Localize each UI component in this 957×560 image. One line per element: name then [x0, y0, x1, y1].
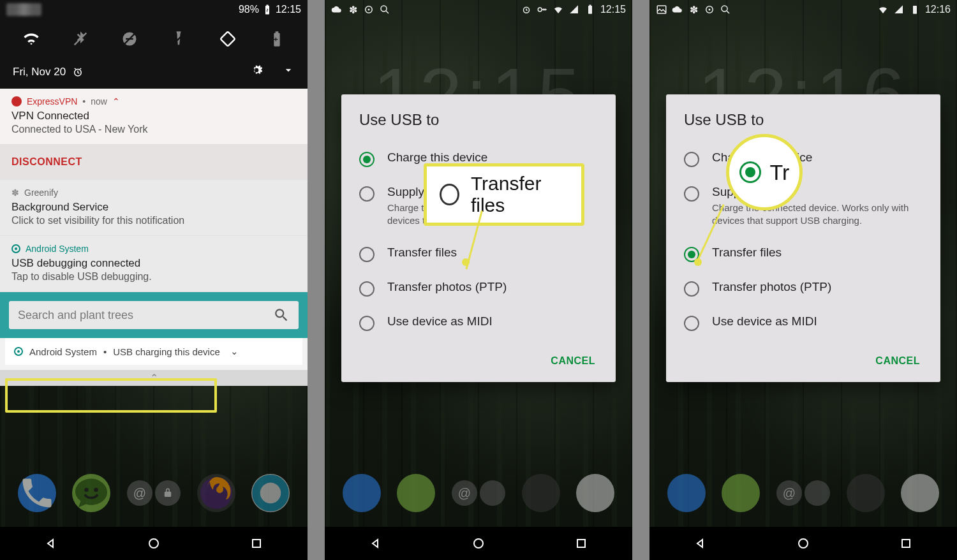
radio-label: Use device as MIDI [387, 314, 493, 328]
cancel-button[interactable]: CANCEL [544, 350, 602, 372]
ecosia-search-widget: Search and plant trees [0, 292, 308, 338]
radio-midi[interactable]: Use device as MIDI [684, 306, 923, 340]
leaf-icon: ✽ [688, 4, 699, 15]
firefox-app-icon[interactable] [522, 474, 560, 512]
notification-usb-collapsed[interactable]: Android System • USB charging this devic… [5, 338, 302, 365]
notification-expressvpn[interactable]: ExpressVPN • now ⌃ VPN Connected Connect… [0, 89, 308, 145]
radio-label: Transfer photos (PTP) [712, 280, 831, 294]
notification-adb[interactable]: Android System USB debugging connected T… [0, 236, 308, 292]
quick-settings-header: 98% 12:15 Fri, Nov 20 [0, 0, 308, 89]
shade-date: Fri, Nov 20 [13, 66, 66, 78]
svg-point-21 [474, 539, 483, 548]
shade-handle[interactable]: ⌃ [0, 370, 308, 386]
search-placeholder: Search and plant trees [18, 309, 133, 322]
lock-app-icon[interactable] [155, 480, 181, 506]
radio-transfer-files[interactable]: Transfer files [684, 237, 923, 271]
flashlight-toggle[interactable] [168, 29, 189, 49]
svg-line-16 [386, 11, 389, 13]
svg-point-3 [256, 479, 285, 508]
search-input[interactable]: Search and plant trees [9, 301, 299, 329]
svg-rect-20 [589, 5, 591, 6]
vpn-disconnect-action[interactable]: DISCONNECT [0, 145, 308, 180]
collapsed-text: USB charging this device [113, 346, 220, 357]
radio-transfer-files[interactable]: Transfer files [359, 237, 598, 271]
battery-charging-icon [584, 4, 596, 15]
search-icon [379, 4, 390, 15]
alarm-icon [521, 4, 532, 15]
settings-icon[interactable] [250, 64, 263, 80]
recents-button[interactable] [896, 533, 916, 554]
svg-point-1 [94, 488, 99, 492]
back-button[interactable] [690, 533, 711, 554]
vpn-key-icon [537, 4, 548, 15]
notif-title: VPN Connected [11, 110, 296, 122]
search-icon [273, 307, 290, 323]
collapse-icon[interactable]: ⌃ [112, 96, 120, 107]
signal-icon [568, 4, 580, 15]
status-bar: ✽ 12:16 [649, 0, 957, 19]
phone-2-usb-dialog-select: 12:15 ✽ 12:15 @ Use USB to Cha [325, 0, 632, 560]
radio-icon [359, 316, 375, 331]
browser-app-icon[interactable] [251, 474, 290, 512]
collapsed-app: Android System [29, 346, 97, 357]
radio-midi[interactable]: Use device as MIDI [359, 306, 598, 340]
lock-app-icon[interactable] [480, 480, 505, 506]
radio-supply-power[interactable]: Supply powerCharge the connected device.… [684, 176, 923, 237]
radio-charge-device[interactable]: Charge this device [684, 142, 923, 176]
notif-app-name: Android System [26, 244, 89, 254]
recents-button[interactable] [246, 533, 267, 554]
recents-button[interactable] [571, 533, 591, 554]
cloud-icon [672, 4, 683, 15]
dnd-toggle[interactable] [119, 29, 140, 49]
email-app-icon[interactable]: @ [452, 480, 477, 506]
messages-app-icon[interactable] [722, 474, 760, 512]
svg-point-0 [85, 488, 89, 492]
phone-app-icon[interactable] [343, 474, 381, 512]
email-app-icon[interactable]: @ [776, 480, 802, 506]
vpn-key-icon [861, 4, 873, 15]
browser-app-icon[interactable] [901, 474, 939, 512]
radio-transfer-photos[interactable]: Transfer photos (PTP) [684, 271, 923, 306]
status-time: 12:15 [276, 4, 301, 15]
notif-app-name: ExpressVPN [27, 96, 77, 107]
phone-app-icon[interactable] [667, 474, 706, 512]
carrier-label [6, 3, 41, 16]
bluetooth-toggle[interactable] [70, 29, 91, 49]
notif-text: Tap to disable USB debugging. [11, 271, 296, 283]
notification-greenify[interactable]: ✽Greenify Background Service Click to se… [0, 180, 308, 236]
home-button[interactable] [468, 533, 489, 554]
back-button[interactable] [41, 533, 61, 554]
expand-icon[interactable] [282, 64, 295, 80]
notif-title: Background Service [11, 201, 296, 214]
callout-selected-radio: Tr [726, 134, 803, 210]
lock-app-icon[interactable] [805, 480, 830, 506]
callout-label: Transfer files [471, 173, 568, 216]
dock: @ [325, 464, 632, 522]
firefox-app-icon[interactable] [197, 474, 235, 512]
browser-app-icon[interactable] [576, 474, 614, 512]
home-button[interactable] [793, 533, 813, 554]
radio-subtext: Charge the connected device. Works only … [712, 202, 923, 228]
dock: @ [0, 464, 308, 522]
home-button[interactable] [144, 533, 164, 554]
email-app-icon[interactable]: @ [127, 480, 152, 506]
search-icon [720, 4, 731, 15]
back-button[interactable] [366, 533, 386, 554]
messages-app-icon[interactable] [397, 474, 435, 512]
wifi-icon [553, 4, 564, 15]
firefox-app-icon[interactable] [847, 474, 885, 512]
phone-1-notification-shade: 12:15 @ 98% 12:15 [0, 0, 308, 560]
callout-dot [462, 258, 470, 266]
messages-app-icon[interactable] [72, 474, 110, 512]
radio-transfer-photos[interactable]: Transfer photos (PTP) [359, 271, 598, 306]
usb-dialog: Use USB to Charge this device Supply pow… [341, 94, 616, 382]
rotate-toggle[interactable] [218, 29, 238, 49]
alarm-icon [845, 4, 857, 15]
battery-saver-toggle[interactable] [267, 29, 287, 49]
signal-icon [893, 4, 905, 15]
radio-icon [440, 184, 459, 205]
phone-app-icon[interactable] [18, 474, 56, 512]
wifi-toggle[interactable] [21, 29, 41, 49]
cancel-button[interactable]: CANCEL [869, 350, 926, 372]
radio-icon [359, 247, 375, 262]
